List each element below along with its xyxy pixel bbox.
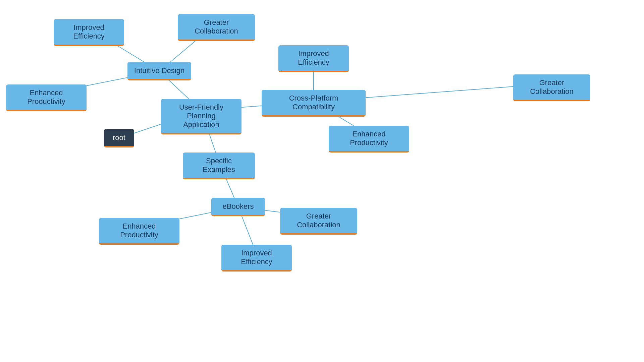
node-greater_col_2[interactable]: Greater Collaboration xyxy=(513,74,590,101)
node-imp_eff_2[interactable]: Improved Efficiency xyxy=(278,45,349,72)
node-label-greater_col_1: Greater Collaboration xyxy=(184,18,249,36)
node-label-greater_col_3: Greater Collaboration xyxy=(286,212,351,229)
node-enhanced_prod_3[interactable]: Enhanced Productivity xyxy=(99,218,179,245)
node-label-enhanced_prod_1: Enhanced Productivity xyxy=(12,88,80,106)
node-enhanced_prod_2[interactable]: Enhanced Productivity xyxy=(329,126,409,153)
node-label-greater_col_2: Greater Collaboration xyxy=(519,78,584,96)
node-imp_eff_3[interactable]: Improved Efficiency xyxy=(221,245,292,272)
node-ufpa[interactable]: User-Friendly PlanningApplication xyxy=(161,99,241,134)
node-greater_col_3[interactable]: Greater Collaboration xyxy=(280,208,357,235)
node-label-enhanced_prod_3: Enhanced Productivity xyxy=(105,222,173,239)
node-imp_eff_1[interactable]: Improved Efficiency xyxy=(54,19,124,46)
node-label-root: root xyxy=(113,133,125,142)
node-greater_col_1[interactable]: Greater Collaboration xyxy=(178,14,255,41)
node-cross_platform[interactable]: Cross-Platform Compatibility xyxy=(262,90,366,117)
node-label-imp_eff_3: Improved Efficiency xyxy=(227,249,286,266)
node-intuitive[interactable]: Intuitive Design xyxy=(127,62,191,80)
node-enhanced_prod_1[interactable]: Enhanced Productivity xyxy=(6,84,87,111)
node-label-ufpa: User-Friendly PlanningApplication xyxy=(167,103,235,129)
node-specific_examples[interactable]: Specific Examples xyxy=(183,153,255,179)
node-label-imp_eff_1: Improved Efficiency xyxy=(60,23,118,41)
node-label-specific_examples: Specific Examples xyxy=(189,157,249,174)
node-label-intuitive: Intuitive Design xyxy=(134,66,184,75)
node-label-cross_platform: Cross-Platform Compatibility xyxy=(268,94,360,111)
node-root[interactable]: root xyxy=(104,129,134,147)
node-label-enhanced_prod_2: Enhanced Productivity xyxy=(335,130,403,147)
node-ebookers[interactable]: eBookers xyxy=(211,198,265,216)
node-label-ebookers: eBookers xyxy=(223,202,254,211)
node-label-imp_eff_2: Improved Efficiency xyxy=(284,49,343,67)
